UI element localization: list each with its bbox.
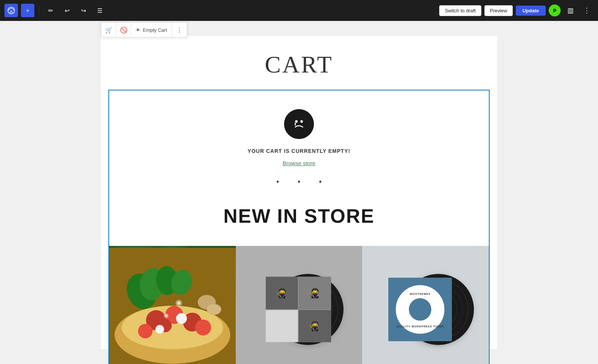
woo-circle: WOOTHEMES QUALITY WORDPRESS TUNES [396, 285, 444, 334]
list-icon: ☰ [97, 7, 102, 14]
ninja-cell-3 [266, 310, 298, 342]
cart-icon: 🛒 [105, 27, 112, 34]
ninja-cell-4: 🥷 [299, 310, 331, 342]
woo-inner-circle [409, 298, 431, 321]
plus-icon: ＋ [25, 7, 31, 15]
more-tools-button[interactable]: ⋮ [580, 4, 594, 17]
more-icon: ⋮ [176, 27, 182, 34]
svg-point-20 [207, 304, 221, 315]
wp-toolbar: ＋ ✏ ↩ ↪ ☰ Switch to draft Preview Update… [0, 0, 598, 21]
svg-point-2 [300, 120, 303, 123]
settings-sidebar-button[interactable]: ▥ [564, 4, 577, 17]
svg-point-15 [122, 269, 161, 313]
products-row: 🥷 🥷 🥷 [109, 246, 489, 364]
sad-face-svg [290, 115, 308, 133]
ninja-album-cover: 🥷 🥷 🥷 [266, 277, 331, 342]
performance-icon: P [549, 4, 561, 16]
cart-block-button[interactable]: 🛒 [101, 22, 116, 37]
empty-cart-label[interactable]: 👁 Empty Cart [131, 23, 172, 37]
svg-point-8 [165, 306, 183, 324]
svg-point-18 [169, 268, 195, 297]
ninja-cell-2: 🥷 [299, 277, 331, 309]
switch-draft-button[interactable]: Switch to draft [439, 5, 481, 16]
redo-icon: ↪ [81, 7, 86, 14]
dot-2: • [298, 178, 300, 186]
list-view-button[interactable]: ☰ [93, 4, 107, 17]
empty-cart-icon: 🚫 [120, 27, 127, 34]
wp-logo [4, 4, 18, 17]
main-content: 🛒 🚫 👁 Empty Cart ⋮ CART [0, 21, 598, 364]
preview-button[interactable]: Preview [484, 5, 513, 16]
update-button[interactable]: Update [516, 6, 546, 16]
svg-point-7 [146, 310, 166, 330]
toolbar-divider [39, 6, 39, 15]
wp-logo-icon [7, 7, 15, 14]
cart-empty-section: YOUR CART IS CURRENTLY EMPTY! Browse sto… [109, 90, 489, 246]
ninja-icon-2: 🥷 [309, 287, 321, 299]
svg-point-19 [198, 295, 216, 309]
cart-block: YOUR CART IS CURRENTLY EMPTY! Browse sto… [108, 90, 490, 364]
svg-point-14 [155, 325, 164, 334]
pencil-icon: ✏ [48, 7, 53, 14]
ellipsis-icon: ⋮ [583, 6, 590, 15]
svg-point-3 [295, 123, 296, 126]
cart-page: CART [101, 36, 497, 364]
svg-point-1 [295, 120, 298, 123]
toolbar-right: Switch to draft Preview Update P ▥ ⋮ [439, 4, 594, 17]
svg-point-12 [159, 319, 172, 332]
product-vinyl-ninja: 🥷 🥷 🥷 [236, 246, 363, 364]
food-svg [109, 246, 236, 364]
svg-point-11 [195, 320, 211, 336]
panel-icon: ▥ [567, 6, 574, 15]
empty-cart-block-button[interactable]: 🚫 [116, 22, 131, 37]
svg-point-16 [137, 266, 168, 303]
browse-store-link[interactable]: Browse store [283, 160, 315, 166]
eye-icon: 👁 [136, 27, 141, 33]
ninja-icon-4: 🥷 [309, 320, 321, 332]
svg-point-6 [122, 306, 223, 349]
new-in-store-title: NEW IN STORE [117, 197, 481, 238]
tools-button[interactable]: ✏ [44, 4, 57, 17]
product-food-image [109, 246, 236, 364]
woo-text-bottom: QUALITY WORDPRESS TUNES [397, 325, 444, 328]
block-toolbar: 🛒 🚫 👁 Empty Cart ⋮ [101, 22, 187, 37]
redo-button[interactable]: ↪ [77, 4, 90, 17]
svg-rect-4 [109, 248, 236, 364]
cart-title: CART [101, 36, 497, 90]
undo-icon: ↩ [65, 7, 70, 14]
svg-point-13 [176, 313, 187, 324]
svg-point-9 [183, 313, 201, 331]
ninja-cell-1: 🥷 [266, 277, 298, 309]
woo-album-cover: WOOTHEMES QUALITY WORDPRESS TUNES [388, 278, 452, 341]
ninja-icon-1: 🥷 [276, 287, 288, 299]
sad-face-icon [284, 109, 314, 139]
svg-point-10 [138, 324, 152, 339]
dot-1: • [276, 178, 279, 186]
product-vinyl-woo: WOOTHEMES QUALITY WORDPRESS TUNES [362, 246, 489, 364]
cart-empty-text: YOUR CART IS CURRENTLY EMPTY! [117, 148, 481, 154]
woo-text-top: WOOTHEMES [410, 293, 431, 295]
dot-3: • [319, 178, 322, 186]
svg-point-5 [115, 306, 231, 364]
undo-button[interactable]: ↩ [60, 4, 74, 17]
dots-separator: • • • [117, 174, 481, 197]
add-block-button[interactable]: ＋ [21, 4, 34, 17]
svg-point-17 [155, 265, 179, 296]
editor-canvas: 🛒 🚫 👁 Empty Cart ⋮ CART [101, 36, 497, 349]
block-more-button[interactable]: ⋮ [172, 22, 187, 37]
